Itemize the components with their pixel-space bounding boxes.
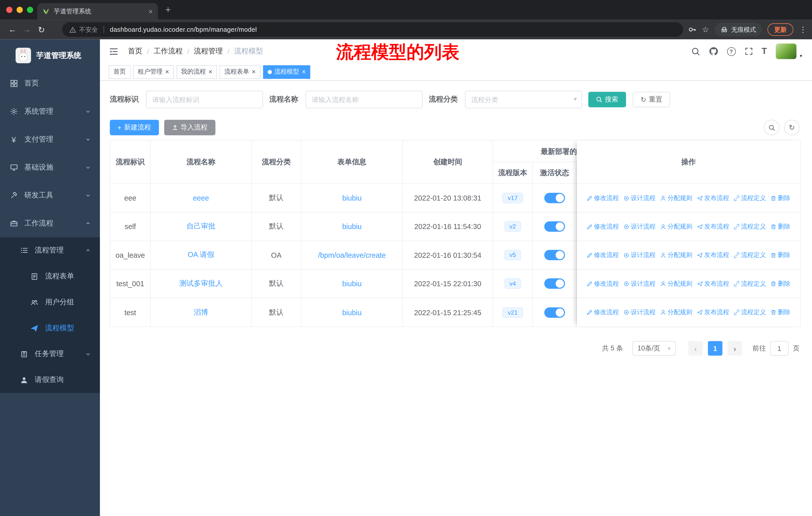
tag-item[interactable]: 首页 xyxy=(109,65,130,78)
tag-item[interactable]: 我的流程× xyxy=(176,65,217,78)
active-toggle[interactable] xyxy=(544,278,565,289)
browser-menu-icon[interactable]: ⋮ xyxy=(799,25,807,34)
table-search-icon[interactable] xyxy=(764,120,780,135)
process-name-link[interactable]: 滔博 xyxy=(194,308,208,317)
form-info-link[interactable]: biubiu xyxy=(342,279,362,288)
active-toggle[interactable] xyxy=(544,307,565,318)
op-assign-link[interactable]: 分配规则 xyxy=(660,251,692,260)
op-design-link[interactable]: 设计流程 xyxy=(624,279,656,288)
op-publish-link[interactable]: 发布流程 xyxy=(697,222,729,231)
sidebar-item-process-mgmt[interactable]: 流程管理 xyxy=(0,237,100,263)
fullscreen-icon[interactable] xyxy=(745,47,753,55)
sidebar-item-process-model[interactable]: 流程模型 xyxy=(0,315,100,341)
tag-close-icon[interactable]: × xyxy=(208,69,212,75)
forward-icon[interactable]: → xyxy=(20,22,34,37)
op-definition-link[interactable]: 流程定义 xyxy=(734,193,766,202)
page-size-select[interactable]: 10条/页 ▾ xyxy=(632,341,676,356)
op-definition-link[interactable]: 流程定义 xyxy=(734,279,766,288)
op-assign-link[interactable]: 分配规则 xyxy=(660,279,692,288)
op-publish-link[interactable]: 发布流程 xyxy=(697,251,729,260)
prev-page-button[interactable]: ‹ xyxy=(688,341,703,356)
tag-close-icon[interactable]: × xyxy=(165,69,169,75)
new-tab-button[interactable]: + xyxy=(165,4,171,16)
op-edit-link[interactable]: 修改流程 xyxy=(587,308,619,317)
form-info-link[interactable]: biubiu xyxy=(342,308,362,317)
sidebar-item-task-mgmt[interactable]: 任务管理 xyxy=(0,341,100,367)
help-icon[interactable]: ? xyxy=(727,47,736,56)
op-delete-link[interactable]: 删除 xyxy=(771,251,790,260)
op-design-link[interactable]: 设计流程 xyxy=(624,308,656,317)
table-refresh-icon[interactable]: ↻ xyxy=(784,120,800,135)
op-assign-link[interactable]: 分配规则 xyxy=(660,308,692,317)
form-info-link[interactable]: biubiu xyxy=(342,222,362,231)
tag-item[interactable]: 流程表单× xyxy=(220,65,261,78)
active-toggle[interactable] xyxy=(544,250,565,260)
active-toggle[interactable] xyxy=(544,193,565,203)
op-assign-link[interactable]: 分配规则 xyxy=(660,193,692,202)
op-definition-link[interactable]: 流程定义 xyxy=(734,251,766,260)
op-definition-link[interactable]: 流程定义 xyxy=(734,308,766,317)
form-info-link[interactable]: biubiu xyxy=(342,194,362,202)
user-avatar[interactable] xyxy=(776,44,796,59)
op-publish-link[interactable]: 发布流程 xyxy=(697,193,729,202)
sidebar-item-infrastructure[interactable]: 基础设施 xyxy=(0,154,100,182)
process-name-link[interactable]: eeee xyxy=(193,194,209,202)
font-size-icon[interactable]: T xyxy=(762,46,767,56)
address-bar[interactable]: 不安全 dashboard.yudao.iocoder.cn/bpm/manag… xyxy=(62,22,683,37)
breadcrumb-home[interactable]: 首页 xyxy=(128,47,142,56)
browser-update-button[interactable]: 更新 xyxy=(767,23,793,36)
tag-item[interactable]: 流程模型× xyxy=(263,65,310,78)
process-id-input[interactable] xyxy=(146,91,263,108)
import-process-button[interactable]: 导入流程 xyxy=(164,120,215,135)
op-design-link[interactable]: 设计流程 xyxy=(624,251,656,260)
maximize-window-button[interactable] xyxy=(27,7,33,13)
sidebar-item-user-group[interactable]: 用户分组 xyxy=(0,289,100,315)
tag-close-icon[interactable]: × xyxy=(302,69,306,75)
sidebar-item-workflow[interactable]: 工作流程 xyxy=(0,209,100,237)
active-toggle[interactable] xyxy=(544,221,565,232)
search-icon[interactable] xyxy=(691,47,700,56)
github-icon[interactable] xyxy=(709,47,718,56)
breadcrumb-workflow[interactable]: 工作流程 xyxy=(153,47,182,56)
sidebar-item-process-form[interactable]: 流程表单 xyxy=(0,263,100,289)
op-delete-link[interactable]: 删除 xyxy=(771,222,790,231)
key-icon[interactable] xyxy=(688,25,696,34)
process-name-input[interactable] xyxy=(306,91,423,108)
op-edit-link[interactable]: 修改流程 xyxy=(587,222,619,231)
sidebar-item-payment[interactable]: ¥ 支付管理 xyxy=(0,126,100,154)
op-delete-link[interactable]: 删除 xyxy=(771,279,790,288)
category-select-input[interactable] xyxy=(465,91,582,108)
category-select[interactable]: ▾ xyxy=(465,91,582,108)
op-delete-link[interactable]: 删除 xyxy=(771,308,790,317)
op-edit-link[interactable]: 修改流程 xyxy=(587,251,619,260)
process-name-link[interactable]: 测试多审批人 xyxy=(179,279,223,288)
process-name-link[interactable]: OA 请假 xyxy=(187,250,214,260)
sidebar-item-home[interactable]: 首页 xyxy=(0,70,100,98)
incognito-badge[interactable]: 无痕模式 xyxy=(715,23,762,36)
op-publish-link[interactable]: 发布流程 xyxy=(697,308,729,317)
op-edit-link[interactable]: 修改流程 xyxy=(587,279,619,288)
search-button[interactable]: 搜索 xyxy=(588,92,626,107)
breadcrumb-process-mgmt[interactable]: 流程管理 xyxy=(194,47,223,56)
tag-item[interactable]: 租户管理× xyxy=(133,65,174,78)
reset-button[interactable]: ↻ 重置 xyxy=(633,92,670,107)
op-definition-link[interactable]: 流程定义 xyxy=(734,222,766,231)
minimize-window-button[interactable] xyxy=(17,7,23,13)
sidebar-item-devtools[interactable]: 研发工具 xyxy=(0,182,100,209)
next-page-button[interactable]: › xyxy=(728,341,742,356)
app-logo[interactable]: 芋道管理系统 xyxy=(0,44,100,67)
goto-page-input[interactable] xyxy=(770,341,789,356)
op-publish-link[interactable]: 发布流程 xyxy=(697,279,729,288)
op-edit-link[interactable]: 修改流程 xyxy=(587,193,619,202)
current-page-button[interactable]: 1 xyxy=(708,341,722,356)
back-icon[interactable]: ← xyxy=(5,22,20,37)
reload-icon[interactable]: ↻ xyxy=(34,22,49,37)
process-name-link[interactable]: 自己审批 xyxy=(186,222,215,231)
create-process-button[interactable]: + 新建流程 xyxy=(110,120,159,135)
browser-tab[interactable]: 芋道管理系统 × xyxy=(37,3,158,20)
op-delete-link[interactable]: 删除 xyxy=(771,193,790,202)
collapse-sidebar-icon[interactable] xyxy=(109,46,119,56)
sidebar-item-system[interactable]: 系统管理 xyxy=(0,98,100,126)
op-assign-link[interactable]: 分配规则 xyxy=(660,222,692,231)
bookmark-star-icon[interactable]: ☆ xyxy=(702,25,709,34)
